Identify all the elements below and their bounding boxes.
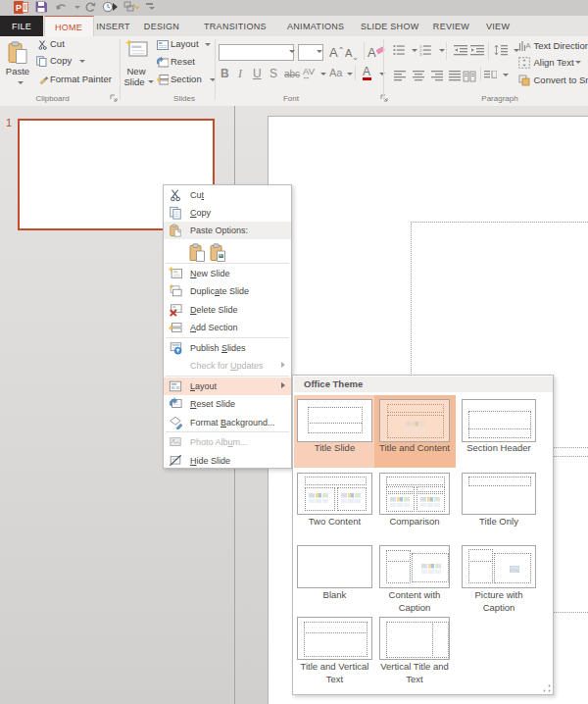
svg-text:3: 3 [419, 52, 422, 56]
svg-text:P: P [16, 3, 22, 13]
svg-text:A: A [525, 40, 530, 49]
